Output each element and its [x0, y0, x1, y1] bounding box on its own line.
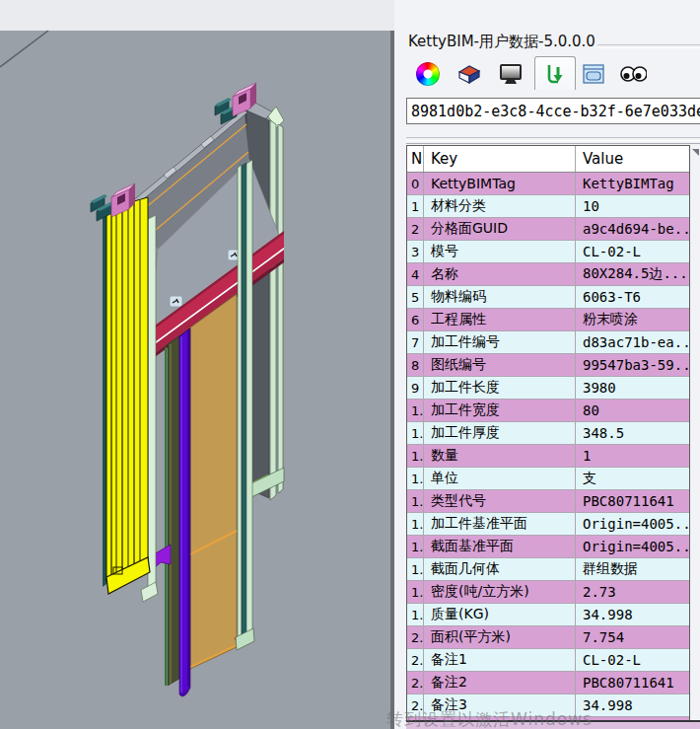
- table-row[interactable]: 1.数量1: [407, 445, 689, 468]
- cell-n: 9: [407, 377, 424, 399]
- table-row[interactable]: 6工程属性粉末喷涂: [407, 309, 689, 331]
- visibility-button[interactable]: [619, 61, 647, 87]
- cell-key: 模号: [424, 241, 576, 262]
- cell-key: 加工件厚度: [424, 422, 576, 444]
- cell-key: KettyBIMTag: [424, 173, 576, 194]
- cell-key: 截面基准平面: [424, 536, 576, 557]
- cell-n: 0: [407, 173, 424, 194]
- header-value: Value: [576, 146, 689, 172]
- table-row[interactable]: 7加工件编号d83ac71b-ea...: [407, 331, 689, 354]
- table-corner-mark: [692, 149, 699, 156]
- cell-n: 1.: [407, 513, 424, 535]
- monitor-icon: [498, 62, 524, 86]
- model-purple-bar[interactable]: [179, 328, 190, 696]
- green-arrow-icon: [542, 61, 568, 87]
- cell-value: 3980: [576, 377, 689, 399]
- table-row[interactable]: 1.类型代号PBC80711641: [407, 490, 689, 513]
- cell-key: 数量: [424, 445, 576, 467]
- cell-n: 1.: [407, 490, 424, 512]
- cell-value: 34.998: [576, 604, 689, 625]
- model-tan-panel[interactable]: [190, 294, 237, 669]
- tab-strip-line: [406, 143, 700, 144]
- table-header: N Key Value: [407, 146, 689, 173]
- guid-field[interactable]: [406, 98, 700, 124]
- table-row[interactable]: 2.备注1CL-02-L: [407, 649, 689, 672]
- cell-value: 80X284.5边...: [576, 263, 689, 285]
- cell-n: 1.: [407, 468, 424, 489]
- cell-key: 备注1: [424, 649, 576, 671]
- attribute-table: N Key Value 0KettyBIMTagKettyBIMTag1材料分类…: [406, 145, 690, 721]
- prism-icon: [456, 62, 482, 86]
- cell-value: KettyBIMTag: [576, 173, 689, 194]
- cell-n: 2.: [407, 672, 424, 693]
- cell-key: 材料分类: [424, 195, 576, 217]
- cell-n: 7: [407, 331, 424, 353]
- cell-value: 80: [576, 400, 689, 421]
- viewport-3d[interactable]: [0, 0, 394, 729]
- cell-n: 4: [407, 263, 424, 285]
- table-row[interactable]: 2.面积(平方米)7.754: [407, 626, 689, 649]
- table-row[interactable]: 1.密度(吨/立方米)2.73: [407, 581, 689, 604]
- cell-key: 面积(平方米): [424, 626, 576, 648]
- table-row[interactable]: 1.加工件厚度348.5: [407, 422, 689, 445]
- screen: { "window": { "title": "KettyBIM-用户数据-5.…: [0, 0, 700, 729]
- cell-n: 5: [407, 286, 424, 308]
- table-row[interactable]: 1.截面基准平面Origin=4005...: [407, 536, 689, 558]
- cell-value: 6063-T6: [576, 286, 689, 308]
- cell-n: 1.: [407, 604, 424, 625]
- cell-key: 图纸编号: [424, 354, 576, 376]
- cell-key: 备注2: [424, 672, 576, 693]
- table-row[interactable]: 1.截面几何体群组数据: [407, 558, 689, 581]
- model-cyan-mullions[interactable]: [236, 160, 254, 650]
- cell-key: 分格面GUID: [424, 218, 576, 240]
- cell-value: 粉末喷涂: [576, 309, 689, 330]
- cell-key: 工程属性: [424, 309, 576, 330]
- user-data-tab[interactable]: [534, 56, 576, 90]
- cell-value: 1: [576, 445, 689, 467]
- cell-value: 34.998: [576, 694, 689, 716]
- table-row[interactable]: 1.加工件宽度80: [407, 400, 689, 422]
- cell-value: 2.73: [576, 581, 689, 603]
- cell-key: 名称: [424, 263, 576, 285]
- window-icon: [582, 62, 605, 86]
- color-wheel-icon: [416, 62, 440, 86]
- model-yellow-profile[interactable]: [103, 197, 158, 602]
- table-row[interactable]: 3模号CL-02-L: [407, 241, 689, 263]
- cell-n: 2: [407, 218, 424, 240]
- cell-value: CL-02-L: [576, 241, 689, 262]
- cell-n: 1.: [407, 558, 424, 580]
- cell-n: 1.: [407, 400, 424, 421]
- table-row[interactable]: 9加工件长度3980: [407, 377, 689, 400]
- table-row[interactable]: 2分格面GUIDa9c4d694-be...: [407, 218, 689, 241]
- header-key: Key: [424, 146, 576, 172]
- cell-n: 2.: [407, 626, 424, 648]
- cell-key: 加工件编号: [424, 331, 576, 353]
- table-row[interactable]: 8图纸编号99547ba3-59...: [407, 354, 689, 377]
- table-row[interactable]: 1材料分类10: [407, 195, 689, 218]
- table-row[interactable]: 0KettyBIMTagKettyBIMTag: [407, 173, 689, 195]
- colors-button[interactable]: [414, 61, 442, 87]
- table-row[interactable]: 1.质量(KG)34.998: [407, 604, 689, 626]
- cell-n: 1: [407, 195, 424, 217]
- table-row[interactable]: 4名称80X284.5边...: [407, 263, 689, 286]
- table-row[interactable]: 5物料编码6063-T6: [407, 286, 689, 309]
- cell-value: 99547ba3-59...: [576, 354, 689, 376]
- toolbar: [394, 55, 700, 89]
- table-row[interactable]: 1.单位支: [407, 468, 689, 490]
- cell-value: 7.754: [576, 626, 689, 648]
- cell-key: 物料编码: [424, 286, 576, 308]
- table-row[interactable]: 2.备注2PBC80711641: [407, 672, 689, 694]
- table-row[interactable]: 1.加工件基准平面Origin=4005...: [407, 513, 689, 536]
- windows-activation-watermark: 转到设置以激活Windows: [386, 708, 593, 729]
- cell-key: 类型代号: [424, 490, 576, 512]
- cell-value: Origin=4005...: [576, 536, 689, 557]
- cell-value: a9c4d694-be...: [576, 218, 689, 240]
- eyes-icon: [619, 62, 647, 86]
- panel-title: KettyBIM-用户数据-5.0.0.0: [408, 33, 595, 51]
- model-olive-bar[interactable]: [166, 336, 179, 686]
- cell-value: d83ac71b-ea...: [576, 331, 689, 353]
- material-button[interactable]: [455, 61, 483, 87]
- window-button[interactable]: [580, 61, 607, 87]
- cell-key: 加工件长度: [424, 377, 576, 399]
- display-button[interactable]: [497, 61, 525, 87]
